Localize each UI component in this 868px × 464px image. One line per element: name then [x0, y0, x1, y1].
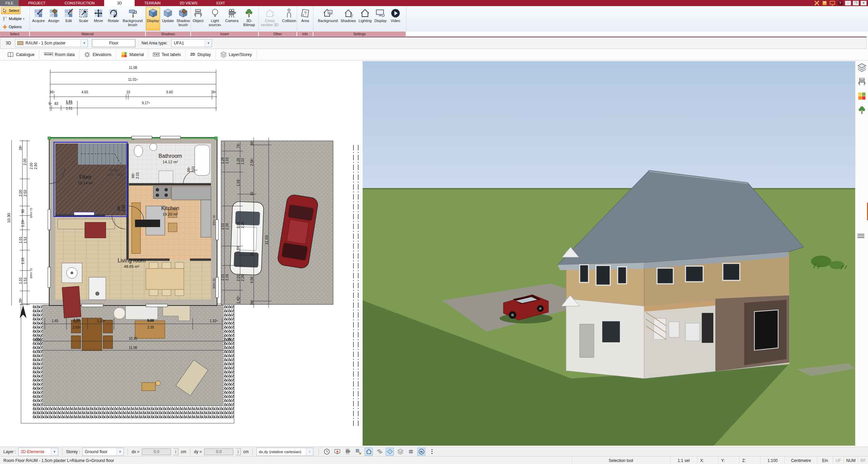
record-camera-icon[interactable] — [344, 448, 352, 456]
dy-stepper[interactable]: ▲▼ — [236, 448, 241, 455]
status-uf[interactable]: UF — [833, 457, 844, 464]
light-source-button[interactable]: Light source▾ — [206, 7, 224, 31]
dx-stepper[interactable]: ▲▼ — [173, 448, 178, 455]
collision-button[interactable]: Collision — [282, 7, 297, 31]
background-brush-button[interactable]: Background brush — [121, 7, 144, 31]
shadows-settings-button[interactable]: Shadows — [340, 7, 357, 31]
status-rf[interactable]: RF — [858, 457, 868, 464]
tab-layer-storey[interactable]: Layer/Storey — [216, 50, 257, 59]
layers-icon[interactable] — [857, 63, 867, 72]
plan-2d-canvas[interactable]: Floor16.14 m² Bathroom14.12 m² Kitchen19… — [0, 60, 361, 447]
transfer-objects-icon[interactable] — [354, 448, 362, 456]
group-label-settings: Settings — [313, 32, 406, 36]
house-lighting-icon — [360, 8, 370, 18]
dimension-label: 38⁵ — [19, 298, 22, 303]
tab-3d[interactable]: 3D — [104, 0, 135, 6]
rotate-button[interactable]: Rotate — [106, 7, 120, 31]
minimize-button[interactable]: – — [845, 1, 851, 5]
dimension-label: 1.51 — [66, 107, 72, 110]
scale-button[interactable]: Scale — [76, 7, 91, 31]
layer-combo[interactable]: 2D-Elemente ▼ — [18, 448, 58, 456]
video-button[interactable]: Video — [388, 7, 403, 31]
view-3d-canvas[interactable] — [363, 61, 855, 446]
roof-display-icon[interactable] — [365, 448, 373, 456]
chevron-down-icon[interactable]: ▼ — [80, 39, 88, 47]
ribbon-group-settings: Background Shadows Lighting Display Vide… — [313, 6, 406, 32]
dimension-label: 1.01 — [225, 157, 229, 164]
multiple-button[interactable]: Multiple ▾ — [1, 15, 26, 22]
dy-input[interactable]: 0.0 — [204, 448, 233, 455]
dx-input[interactable]: 0.0 — [142, 448, 171, 455]
tools-icon[interactable] — [814, 1, 820, 5]
dimension-label: 2.01 — [236, 222, 240, 228]
options-button[interactable]: Options — [1, 23, 23, 31]
panels-icon[interactable] — [822, 1, 828, 5]
tab-catalogue[interactable]: Catalogue — [3, 50, 39, 59]
acquire-button[interactable]: Acquire — [31, 7, 46, 31]
tab-elevations[interactable]: Elevations — [79, 50, 116, 59]
floor-button[interactable]: Floor — [92, 39, 135, 47]
object-button[interactable]: Object — [191, 7, 205, 31]
tree-icon — [244, 8, 254, 18]
tab-2d-views[interactable]: 2D VIEWS — [170, 0, 207, 6]
history-clock-icon[interactable] — [323, 448, 331, 456]
tab-file[interactable]: FILE — [0, 0, 19, 6]
tab-project[interactable]: PROJECT — [19, 0, 55, 6]
chevron-down-icon[interactable]: ▼ — [116, 448, 123, 456]
select-button[interactable]: Select — [1, 7, 21, 14]
monitor-icon[interactable] — [829, 1, 835, 5]
room-label-living-room: Living room48.85 m² — [118, 258, 146, 268]
lighting-settings-button[interactable]: Lighting — [358, 7, 373, 31]
selection-combo[interactable]: RAUM - 1.5cm plaster ▼ — [15, 39, 88, 47]
layers-icon — [220, 51, 227, 58]
more-options-icon[interactable] — [428, 448, 436, 456]
plants-icon[interactable] — [857, 106, 867, 115]
shadow-brush-button[interactable]: Shadow brush — [176, 7, 191, 31]
north-arrow-icon[interactable] — [417, 448, 425, 456]
area-button[interactable]: Area — [298, 7, 312, 31]
storey-combo[interactable]: Ground floor ▼ — [82, 448, 124, 456]
update-shadows-button[interactable]: Update — [161, 7, 175, 31]
chevron-down-icon[interactable]: ▼ — [205, 39, 212, 47]
chevron-down-icon[interactable]: ▼ — [306, 448, 313, 456]
status-num[interactable]: NUM — [844, 457, 858, 464]
assign-button[interactable]: Assign — [46, 7, 61, 31]
chevron-down-icon[interactable]: ▼ — [51, 448, 58, 456]
storey-visibility-icon[interactable] — [396, 448, 404, 456]
status-unit[interactable]: Centimetre — [785, 457, 817, 464]
tab-room-data[interactable]: ROOMRoom data — [39, 50, 79, 59]
display-settings-button[interactable]: Display — [373, 7, 388, 31]
tab-construction[interactable]: CONSTRUCTION — [55, 0, 104, 6]
dimension-label: 1.26 — [236, 158, 240, 164]
move-button[interactable]: Move — [91, 7, 105, 31]
pane-splitter-handle[interactable] — [857, 234, 864, 239]
display-shadows-button[interactable]: Display — [146, 7, 160, 31]
tab-2d-display[interactable]: 2DDisplay — [186, 50, 215, 59]
camera-button[interactable]: Camera — [225, 7, 239, 31]
edit-button[interactable]: Edit — [61, 7, 76, 31]
net-area-combo[interactable]: UFA1 ▼ — [171, 39, 212, 47]
tile-display-icon[interactable] — [386, 448, 394, 456]
txt-icon: TXT — [153, 53, 159, 57]
tab-material[interactable]: Material — [116, 50, 149, 59]
tab-terrain[interactable]: TERRAIN — [135, 0, 170, 6]
ribbon-group-info: Area — [297, 6, 313, 32]
help-icon[interactable]: ? — [837, 1, 843, 5]
background-settings-button[interactable]: Background — [317, 7, 339, 31]
materials-icon[interactable] — [857, 91, 867, 101]
grid-icon[interactable] — [407, 448, 415, 456]
status-scale[interactable]: 1:100 — [760, 457, 785, 464]
furniture-icon[interactable] — [857, 77, 867, 87]
dimension-label: 2.01 — [191, 166, 195, 172]
material-swatch — [17, 41, 23, 45]
coordinate-mode-combo[interactable]: dx,dy (relative cartesian) ▼ — [256, 448, 313, 456]
tab-text-labels[interactable]: TXTText labels — [149, 50, 186, 59]
screenshot-monitor-icon[interactable] — [333, 448, 341, 456]
status-y: Y: — [718, 457, 739, 464]
tab-edit[interactable]: EDIT — [207, 0, 234, 6]
restore-button[interactable]: ❐ — [853, 1, 859, 5]
status-ein[interactable]: Ein — [817, 457, 833, 464]
close-button[interactable]: ✕ — [861, 1, 867, 5]
roof-tiles-icon[interactable] — [375, 448, 383, 456]
3d-bitmap-button[interactable]: 3D-Bitmap — [240, 7, 258, 31]
